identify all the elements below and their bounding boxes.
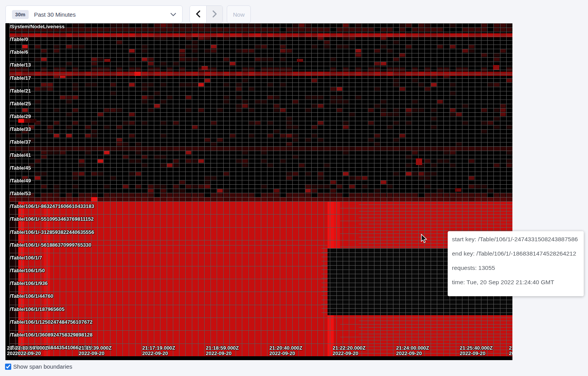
time-nav-button-group: [190, 5, 223, 23]
tooltip-end-key: end key: /Table/106/1/-18683814745282642…: [452, 250, 576, 257]
show-span-boundaries-checkbox[interactable]: [5, 364, 11, 370]
chevron-right-icon: [212, 10, 217, 19]
key-visualizer-page: 30m Past 30 Minutes Now /System/NodeLive…: [0, 0, 588, 376]
tooltip-start-key: start key: /Table/106/1/-247433150824388…: [452, 236, 578, 243]
next-interval-button[interactable]: [206, 6, 222, 23]
hover-tooltip: start key: /Table/106/1/-247433150824388…: [448, 231, 584, 296]
previous-interval-button[interactable]: [190, 6, 206, 23]
keyvisualizer-heatmap-canvas[interactable]: [5, 23, 512, 360]
show-span-boundaries-row: Show span boundaries: [5, 363, 72, 370]
heatmap-chart-area: /System/NodeLiveness/Table/0/Table/6/Tab…: [5, 23, 512, 360]
tooltip-time: time: Tue, 20 Sep 2022 21:24:40 GMT: [452, 279, 554, 286]
chevron-left-icon: [196, 10, 200, 19]
now-button[interactable]: Now: [227, 5, 251, 23]
tooltip-requests: requests: 13055: [452, 264, 495, 271]
chevron-down-icon: [171, 13, 176, 16]
time-range-badge: 30m: [12, 10, 29, 19]
time-range-dropdown[interactable]: 30m Past 30 Minutes: [5, 5, 183, 23]
time-range-label: Past 30 Minutes: [34, 11, 76, 18]
show-span-boundaries-label: Show span boundaries: [13, 363, 72, 370]
